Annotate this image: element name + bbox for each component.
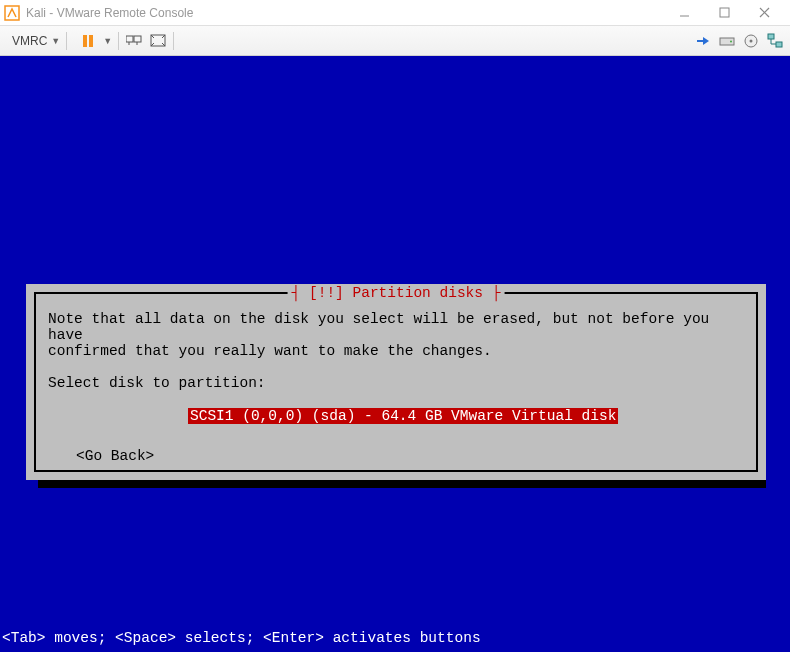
svg-point-13 bbox=[730, 40, 732, 42]
fullscreen-icon[interactable] bbox=[149, 32, 167, 50]
dialog-frame: ┤ [!!] Partition disks ├ Note that all d… bbox=[34, 292, 758, 472]
window-title: Kali - VMware Remote Console bbox=[26, 6, 670, 20]
toolbar-right-group bbox=[694, 32, 784, 50]
svg-rect-5 bbox=[83, 35, 87, 47]
network-icon[interactable] bbox=[766, 32, 784, 50]
dialog-note-line1: Note that all data on the disk you selec… bbox=[48, 312, 744, 344]
svg-rect-7 bbox=[126, 36, 133, 42]
disk-option-selected[interactable]: SCSI1 (0,0,0) (sda) - 64.4 GB VMware Vir… bbox=[188, 408, 618, 424]
dialog-title-text: [!!] Partition disks bbox=[309, 285, 483, 301]
drive-icon[interactable] bbox=[718, 32, 736, 50]
multi-monitor-icon[interactable] bbox=[125, 32, 143, 50]
go-back-button[interactable]: <Go Back> bbox=[76, 448, 744, 464]
svg-rect-6 bbox=[89, 35, 93, 47]
maximize-button[interactable] bbox=[710, 3, 738, 23]
dropdown-arrow-icon: ▼ bbox=[51, 36, 60, 46]
vmrc-label: VMRC bbox=[12, 34, 47, 48]
pause-icon[interactable] bbox=[79, 32, 97, 50]
svg-rect-16 bbox=[768, 34, 774, 39]
svg-rect-2 bbox=[720, 8, 729, 17]
app-icon bbox=[4, 5, 20, 21]
partition-dialog: ┤ [!!] Partition disks ├ Note that all d… bbox=[26, 284, 766, 480]
dialog-prompt: Select disk to partition: bbox=[48, 376, 744, 392]
view-group bbox=[119, 32, 174, 50]
window-controls bbox=[670, 3, 786, 23]
toolbar: VMRC ▼ ▼ bbox=[0, 26, 790, 56]
vmrc-dropdown[interactable]: VMRC ▼ bbox=[6, 32, 67, 50]
window-titlebar: Kali - VMware Remote Console bbox=[0, 0, 790, 26]
dialog-title: ┤ [!!] Partition disks ├ bbox=[288, 285, 505, 301]
pause-dropdown-arrow-icon[interactable]: ▼ bbox=[103, 36, 112, 46]
dialog-note-line2: confirmed that you really want to make t… bbox=[48, 344, 744, 360]
svg-rect-8 bbox=[134, 36, 141, 42]
minimize-button[interactable] bbox=[670, 3, 698, 23]
help-bar: <Tab> moves; <Space> selects; <Enter> ac… bbox=[0, 630, 481, 646]
cdrom-icon[interactable] bbox=[742, 32, 760, 50]
connect-icon[interactable] bbox=[694, 32, 712, 50]
svg-point-15 bbox=[750, 39, 753, 42]
guest-console[interactable]: ┤ [!!] Partition disks ├ Note that all d… bbox=[0, 56, 790, 652]
svg-rect-17 bbox=[776, 42, 782, 47]
playback-group: ▼ bbox=[73, 32, 119, 50]
close-button[interactable] bbox=[750, 3, 778, 23]
